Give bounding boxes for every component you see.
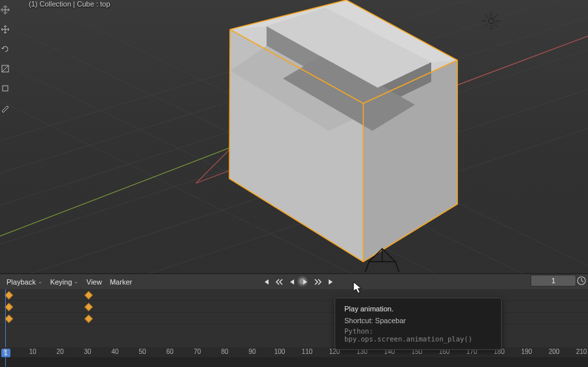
- keyframe-next-button[interactable]: [312, 276, 324, 288]
- clock-icon[interactable]: [576, 275, 587, 286]
- tooltip-play-animation: Play animation. Shortcut: Spacebar Pytho…: [335, 298, 502, 350]
- tool-transform-icon[interactable]: [0, 80, 10, 97]
- chevron-down-icon: ⌄: [38, 279, 42, 285]
- ruler-tick: 0: [3, 348, 7, 355]
- tool-cursor-icon[interactable]: [0, 1, 10, 18]
- tool-annotate-icon[interactable]: [0, 99, 10, 116]
- view-menu[interactable]: View: [82, 276, 106, 288]
- keyframe[interactable]: [84, 303, 93, 311]
- svg-line-42: [2, 65, 8, 72]
- ruler-tick: 10: [29, 348, 36, 355]
- keyframe[interactable]: [84, 315, 93, 323]
- ruler-tick: 60: [166, 348, 173, 355]
- ruler-tick: 210: [576, 348, 587, 355]
- svg-line-36: [495, 14, 498, 17]
- svg-line-34: [485, 14, 487, 17]
- play-reverse-button[interactable]: [286, 276, 298, 288]
- ruler-tick: 70: [193, 348, 201, 355]
- ruler-tick: 20: [56, 348, 63, 355]
- keyframe[interactable]: [5, 291, 13, 300]
- ruler-tick: 200: [549, 348, 560, 355]
- keyframe-prev-button[interactable]: [273, 276, 285, 288]
- viewport-toolbar-left: [0, 0, 12, 118]
- ruler-tick: 40: [111, 348, 118, 355]
- marker-menu[interactable]: Marker: [106, 276, 136, 288]
- svg-point-29: [486, 16, 497, 26]
- keyframe[interactable]: [5, 315, 13, 323]
- cube-mesh[interactable]: [0, 0, 588, 273]
- svg-point-28: [489, 18, 494, 24]
- chevron-down-icon: ⌄: [74, 279, 78, 285]
- tool-rotate-icon[interactable]: [0, 41, 10, 58]
- camera-gizmo[interactable]: [363, 247, 402, 273]
- keyframe[interactable]: [5, 303, 13, 311]
- playback-menu[interactable]: Playback⌄: [3, 276, 46, 288]
- tooltip-title: Play animation.: [344, 305, 492, 313]
- tool-move-icon[interactable]: [0, 21, 10, 38]
- ruler-tick: 50: [139, 348, 146, 355]
- ruler-tick: 30: [84, 348, 91, 355]
- playback-controls: [260, 276, 337, 288]
- keying-menu[interactable]: Keying⌄: [46, 276, 83, 288]
- ruler-tick: 110: [302, 348, 313, 355]
- ruler-tick: 90: [248, 348, 255, 355]
- breadcrumb: (1) Collection | Cube : top: [29, 0, 110, 8]
- ruler-tick: 100: [274, 348, 286, 355]
- tooltip-python: Python: bpy.ops.screen.animation_play(): [344, 327, 492, 343]
- play-forward-button[interactable]: [299, 276, 311, 288]
- svg-line-37: [485, 25, 487, 27]
- jump-end-button[interactable]: [325, 276, 337, 288]
- viewport-3d[interactable]: (1) Collection | Cube : top: [0, 0, 588, 273]
- ruler-tick: 190: [521, 348, 532, 355]
- light-gizmo[interactable]: [482, 12, 500, 30]
- keyframe[interactable]: [84, 291, 93, 300]
- jump-start-button[interactable]: [260, 276, 272, 288]
- timeline-header: Playback⌄ Keying⌄ View Marker 1: [0, 273, 588, 289]
- svg-line-35: [495, 25, 498, 27]
- ruler-tick: 80: [221, 348, 228, 355]
- svg-rect-43: [3, 86, 8, 91]
- tooltip-shortcut: Shortcut: Spacebar: [344, 317, 492, 324]
- tool-scale-icon[interactable]: [0, 60, 10, 77]
- current-frame-input[interactable]: 1: [531, 275, 576, 287]
